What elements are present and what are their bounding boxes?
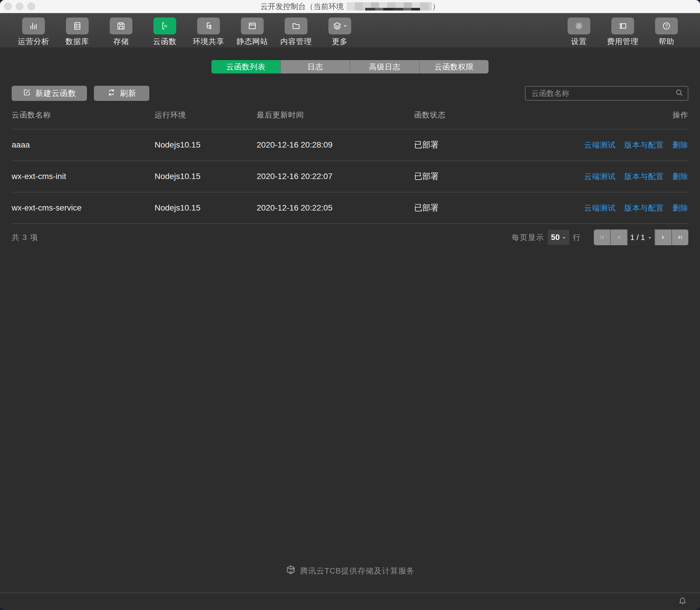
zoom-window-button[interactable] xyxy=(28,3,35,10)
cell-function-name: wx-ext-cms-init xyxy=(12,172,155,181)
toolbar-item-left-0[interactable]: 运营分析 xyxy=(12,13,55,48)
column-header-updated: 最后更新时间 xyxy=(257,110,414,120)
cell-actions: 云端测试版本与配置删除 xyxy=(575,203,688,213)
toolbar-item-right-2[interactable]: ?帮助 xyxy=(645,13,688,48)
help-button[interactable]: ? xyxy=(655,17,678,34)
cell-updated: 2020-12-16 20:28:09 xyxy=(257,140,414,149)
column-header-actions: 操作 xyxy=(672,110,688,120)
database-icon xyxy=(72,21,82,31)
toolbar-item-right-1[interactable]: 费用管理 xyxy=(601,13,645,48)
prev-page-button[interactable] xyxy=(611,229,627,245)
cell-status: 已部署 xyxy=(414,202,575,213)
pager: 1 / 1 xyxy=(594,229,688,245)
row-action-cloud-test-link[interactable]: 云端测试 xyxy=(584,172,616,181)
cell-runtime: Nodejs10.15 xyxy=(155,140,257,149)
toolbar-item-label: 云函数 xyxy=(153,36,177,47)
next-page-button[interactable] xyxy=(655,229,671,245)
provider-text: 腾讯云TCB提供存储及计算服务 xyxy=(300,566,415,576)
cell-runtime: Nodejs10.15 xyxy=(155,203,257,212)
toolbar-item-label: 运营分析 xyxy=(18,36,49,47)
gear-button[interactable] xyxy=(568,17,590,34)
caret-down-icon xyxy=(343,24,347,28)
toolbar-item-left-3[interactable]: fx云函数 xyxy=(143,13,187,48)
toolbar-item-label: 更多 xyxy=(332,36,348,47)
action-row: 新建云函数 刷新 xyxy=(0,86,700,101)
help-icon: ? xyxy=(662,21,671,31)
toolbar-left-group: 运营分析数据库存储fx云函数环境共享静态网站内容管理更多 xyxy=(12,13,362,48)
row-action-cloud-test-link[interactable]: 云端测试 xyxy=(584,141,616,149)
new-function-button[interactable]: 新建云函数 xyxy=(12,86,87,101)
toolbar-item-label: 静态网站 xyxy=(237,36,268,47)
search-box xyxy=(525,86,688,101)
table-body: aaaaNodejs10.152020-12-16 20:28:09已部署云端测… xyxy=(12,129,688,224)
billing-icon xyxy=(618,21,628,31)
svg-text:fx: fx xyxy=(164,24,168,28)
app-window: 云开发控制台（当前环境 ） 运营分析数据库存储fx云函数环境共享静态网站内容管理… xyxy=(0,0,700,610)
browser-button[interactable] xyxy=(241,17,264,34)
toolbar-item-left-4[interactable]: 环境共享 xyxy=(187,13,230,48)
cell-function-name: wx-ext-cms-service xyxy=(12,203,155,212)
close-window-button[interactable] xyxy=(4,3,12,10)
folder-button[interactable] xyxy=(285,17,307,34)
row-action-cloud-test-link[interactable]: 云端测试 xyxy=(584,204,616,212)
toolbar-right-group: 设置费用管理?帮助 xyxy=(557,13,688,48)
cell-actions: 云端测试版本与配置删除 xyxy=(575,140,688,150)
toolbar-item-left-5[interactable]: 静态网站 xyxy=(230,13,274,48)
page-indicator[interactable]: 1 / 1 xyxy=(628,229,654,245)
search-input[interactable] xyxy=(531,89,675,98)
toolbar-item-right-0[interactable]: 设置 xyxy=(557,13,601,48)
tab-0[interactable]: 云函数列表 xyxy=(211,60,281,74)
per-page-select[interactable]: 50 xyxy=(548,230,569,245)
total-count: 共 3 项 xyxy=(12,232,38,243)
toolbar-item-label: 设置 xyxy=(571,36,587,47)
toolbar-item-left-6[interactable]: 内容管理 xyxy=(274,13,318,48)
last-page-button[interactable] xyxy=(672,229,688,245)
list-footer: 共 3 项 每页显示 50 行 1 / 1 xyxy=(0,224,700,251)
toolbar-item-left-7[interactable]: 更多 xyxy=(318,13,362,48)
cell-status: 已部署 xyxy=(414,139,575,150)
save-button[interactable] xyxy=(110,17,132,34)
chevron-down-icon xyxy=(648,233,652,242)
share-tree-icon xyxy=(204,21,213,31)
table-row: aaaaNodejs10.152020-12-16 20:28:09已部署云端测… xyxy=(12,129,688,160)
tab-3[interactable]: 云函数权限 xyxy=(420,60,489,74)
database-button[interactable] xyxy=(66,17,89,34)
column-header-runtime: 运行环境 xyxy=(155,110,257,120)
row-action-delete-link[interactable]: 删除 xyxy=(672,172,688,181)
titlebar: 云开发控制台（当前环境 ） xyxy=(0,0,700,13)
row-action-delete-link[interactable]: 删除 xyxy=(672,141,688,149)
toolbar-item-left-1[interactable]: 数据库 xyxy=(55,13,99,48)
toolbar-item-label: 内容管理 xyxy=(280,36,312,47)
toolbar-item-left-2[interactable]: 存储 xyxy=(99,13,143,48)
chevron-down-icon xyxy=(562,233,566,242)
page-indicator-value: 1 / 1 xyxy=(630,233,645,242)
row-action-delete-link[interactable]: 删除 xyxy=(672,204,688,212)
redacted-environment-id xyxy=(347,2,432,11)
notification-bell-icon[interactable] xyxy=(678,596,687,607)
billing-button[interactable] xyxy=(611,17,634,34)
tab-2[interactable]: 高级日志 xyxy=(350,60,420,74)
fx-button[interactable]: fx xyxy=(154,17,176,34)
layers-button[interactable] xyxy=(329,17,351,34)
cell-function-name: aaaa xyxy=(12,140,155,149)
new-function-label: 新建云函数 xyxy=(35,88,76,99)
column-header-name: 云函数名称 xyxy=(12,110,155,120)
row-action-version-config-link[interactable]: 版本与配置 xyxy=(624,204,664,212)
search-icon xyxy=(675,89,684,98)
tab-1[interactable]: 日志 xyxy=(281,60,350,74)
table-row: wx-ext-cms-initNodejs10.152020-12-16 20:… xyxy=(12,161,688,192)
row-action-version-config-link[interactable]: 版本与配置 xyxy=(624,172,664,181)
first-page-button[interactable] xyxy=(594,229,610,245)
refresh-label: 刷新 xyxy=(120,88,136,99)
per-page-value: 50 xyxy=(551,233,560,242)
toolbar-item-label: 帮助 xyxy=(658,36,674,47)
share-tree-button[interactable] xyxy=(197,17,220,34)
bar-chart-button[interactable] xyxy=(22,17,45,34)
cell-status: 已部署 xyxy=(414,171,575,182)
window-title: 云开发控制台（当前环境 ） xyxy=(260,1,440,12)
minimize-window-button[interactable] xyxy=(16,3,23,10)
refresh-button[interactable]: 刷新 xyxy=(94,86,149,101)
cell-actions: 云端测试版本与配置删除 xyxy=(575,172,688,182)
row-action-version-config-link[interactable]: 版本与配置 xyxy=(624,141,664,149)
bar-chart-icon xyxy=(29,21,38,31)
